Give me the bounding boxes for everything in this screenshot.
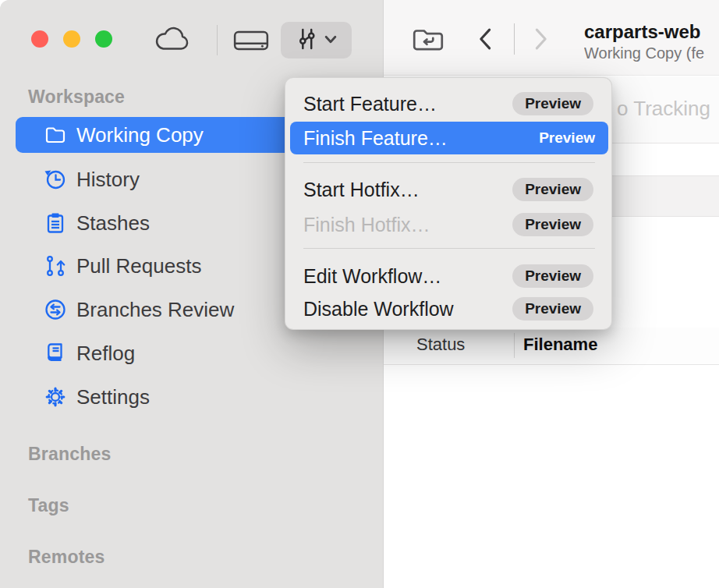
zoom-button[interactable] <box>95 30 112 48</box>
menu-item-finish-hotfix[interactable]: Finish Hotfix… Preview <box>285 207 611 242</box>
menu-item-edit-workflow[interactable]: Edit Workflow… Preview <box>285 259 611 293</box>
preview-badge: Preview <box>512 92 593 115</box>
repo-title: carparts-web <box>584 20 719 43</box>
preview-badge: Preview <box>512 297 593 321</box>
column-divider[interactable] <box>514 333 515 358</box>
menu-item-disable-workflow[interactable]: Disable Workflow Preview <box>285 292 611 326</box>
gitflow-icon <box>296 27 317 53</box>
menu-item-start-hotfix[interactable]: Start Hotfix… Preview <box>285 172 611 207</box>
tracking-label: o Tracking <box>617 97 710 121</box>
pull-request-icon <box>44 254 67 278</box>
column-header-filename[interactable]: Filename <box>523 335 597 355</box>
repo-subtitle: Working Copy (fe <box>584 43 719 63</box>
gitflow-menu-button[interactable] <box>281 22 352 58</box>
sidebar-item-label: History <box>76 168 140 192</box>
external-drive-icon <box>232 46 270 58</box>
reveal-in-folder-button[interactable] <box>410 24 446 58</box>
menu-item-label: Finish Feature… <box>303 127 539 150</box>
cloud-button[interactable] <box>154 26 191 56</box>
forward-button[interactable] <box>531 27 551 54</box>
menu-separator <box>303 248 595 249</box>
folder-icon <box>44 123 67 147</box>
menu-item-label: Start Hotfix… <box>303 179 512 201</box>
sidebar-item-settings[interactable]: Settings <box>16 379 367 415</box>
section-header-tags[interactable]: Tags <box>28 495 69 516</box>
cloud-icon <box>154 44 191 56</box>
clipboard-icon <box>44 211 67 235</box>
preview-badge: Preview <box>539 126 595 150</box>
sidebar-item-reflog[interactable]: Reflog <box>16 335 367 371</box>
menu-item-label: Edit Workflow… <box>303 265 512 288</box>
section-header-branches[interactable]: Branches <box>28 444 111 465</box>
sidebar-item-label: Working Copy <box>76 123 204 147</box>
gitflow-dropdown-menu: Start Feature… Preview Finish Feature… P… <box>285 77 612 330</box>
chevron-right-icon <box>531 42 551 54</box>
app-window: Workspace Working Copy History <box>0 0 719 588</box>
sidebar-item-label: Settings <box>76 385 150 409</box>
section-header-workspace: Workspace <box>28 87 125 108</box>
toolbar-divider <box>217 25 218 55</box>
sidebar-item-label: Reflog <box>76 342 135 366</box>
menu-item-finish-feature[interactable]: Finish Feature… Preview <box>290 122 608 154</box>
minimize-button[interactable] <box>63 30 80 48</box>
table-header-divider <box>384 364 719 365</box>
drive-button[interactable] <box>232 26 270 58</box>
preview-badge: Preview <box>512 264 593 288</box>
compare-arrows-icon <box>44 298 67 321</box>
menu-item-label: Finish Hotfix… <box>303 214 512 236</box>
menu-item-label: Disable Workflow <box>303 298 512 321</box>
back-button[interactable] <box>476 27 495 54</box>
file-table-header: Status Filename <box>384 328 719 364</box>
column-header-status[interactable]: Status <box>416 335 465 355</box>
sidebar-item-label: Pull Requests <box>76 254 201 278</box>
history-icon <box>44 168 67 191</box>
chevron-left-icon <box>476 42 495 54</box>
sidebar-item-label: Branches Review <box>76 298 234 322</box>
close-button[interactable] <box>31 30 48 48</box>
toolbar-divider <box>514 23 515 55</box>
folder-return-icon <box>410 46 446 58</box>
section-header-remotes[interactable]: Remotes <box>28 547 105 568</box>
chevron-down-icon <box>324 34 337 46</box>
repo-title-block: carparts-web Working Copy (fe <box>584 20 719 63</box>
preview-badge: Preview <box>512 178 593 201</box>
menu-item-label: Start Feature… <box>303 93 512 115</box>
menu-separator <box>303 162 595 163</box>
gear-icon <box>44 385 67 409</box>
preview-badge: Preview <box>512 213 593 236</box>
menu-item-start-feature[interactable]: Start Feature… Preview <box>285 87 611 121</box>
book-icon <box>44 342 67 365</box>
sidebar-item-label: Stashes <box>76 211 150 236</box>
main-toolbar: carparts-web Working Copy (fe <box>384 0 719 76</box>
